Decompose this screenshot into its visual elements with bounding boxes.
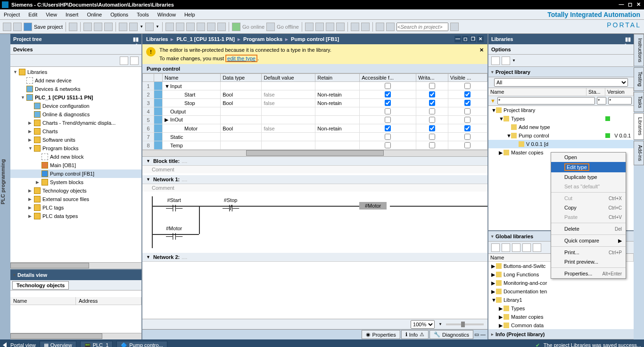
lib-version-filter[interactable] [608,97,632,105]
tree-toolbar-icon[interactable] [130,56,139,65]
variable-table[interactable]: NameData type Default valueRetain Access… [142,73,487,150]
download-icon[interactable] [165,23,174,31]
tb-icon[interactable] [326,23,334,31]
context-menu-item[interactable]: DeleteDel [551,224,626,234]
menu-edit[interactable]: Edit [28,12,37,17]
minimize-button[interactable]: — [618,1,625,8]
editor-max-icon[interactable]: ◻ [462,36,469,42]
breadcrumb-item[interactable]: Pump control [FB1] [291,36,339,42]
tree-item[interactable]: ▶PLC tags [10,203,141,212]
menu-tools[interactable]: Tools [137,12,149,17]
tree-item[interactable]: Devices & networks [10,85,141,93]
tree-item[interactable]: Add new device [10,76,141,85]
breadcrumb-item[interactable]: Libraries [146,36,168,42]
project-library-header[interactable]: Project library [495,69,530,75]
tree-item[interactable]: ▶System blocks [10,178,141,186]
technology-objects-tab[interactable]: Technology objects [12,281,69,290]
tree-item[interactable]: ▶Charts [10,127,141,136]
tb-icon[interactable] [305,23,314,31]
glob-toolbar-icon[interactable] [502,243,510,252]
paste-icon[interactable] [104,23,113,31]
network-1-header[interactable]: Network 1: [153,177,180,182]
save-icon[interactable] [24,23,32,31]
instructions-tab[interactable]: Instructions [634,34,644,66]
lib-tree-item[interactable]: ▶Monitoring-and-cor [488,279,634,287]
menu-help[interactable]: Help [184,12,195,17]
tree-item[interactable]: ▶Charts - Trend/dynamic displa... [10,119,141,127]
pump-control-tab-button[interactable]: 🔷 Pump contro... [116,341,167,347]
glob-toolbar-icon[interactable] [512,243,520,252]
global-libraries-header[interactable]: Global libraries [495,234,533,239]
options-header[interactable]: Options [488,44,634,55]
lib-toolbar-icon[interactable] [491,56,500,65]
go-offline-icon[interactable] [266,23,275,31]
breadcrumb-item[interactable]: PLC_1 [CPU 1511-1 PN] [176,36,235,42]
tb-icon[interactable] [197,23,205,31]
tb-icon[interactable] [386,23,395,31]
glob-toolbar-icon[interactable] [491,243,500,252]
lib-tree-item[interactable]: ▶Documentation ten [488,287,634,296]
tree-item[interactable]: Pump control [FB1] [10,169,141,178]
lib-tree-item[interactable]: ▼Types [488,114,634,123]
tree-item[interactable]: Add new block [10,153,141,161]
zoom-slider[interactable] [446,323,484,325]
go-online-label[interactable]: Go online [242,24,264,30]
edit-the-type-link[interactable]: edit the type [225,55,257,62]
var-row[interactable]: 6 Motor BoolfalseNon-retain [143,124,487,133]
tb-icon[interactable] [315,23,324,31]
menu-window[interactable]: Window [157,12,176,17]
var-row[interactable]: 7 Static [143,133,487,141]
var-row[interactable]: 4 Output [143,107,487,116]
maximize-button[interactable]: ◻ [626,1,634,8]
new-project-icon[interactable] [3,23,11,31]
menu-project[interactable]: Project [4,12,20,17]
tb-icon[interactable] [351,23,359,31]
libraries-tab[interactable]: Libraries [634,113,644,139]
tree-item[interactable]: ▶External source files [10,195,141,203]
cut-icon[interactable] [83,23,92,31]
var-row[interactable]: 3 Stop BoolfalseNon-retain [143,99,487,107]
network-1-ladder[interactable]: #Start—| |— #Stop—|/|— #Motor—| |— #Moto… [142,192,487,253]
context-menu-item[interactable]: Print preview... [551,257,626,266]
editor-min-icon[interactable]: — [454,36,461,42]
network-1-comment[interactable]: Comment [142,184,487,192]
tb-icon[interactable] [217,23,226,31]
search-go-icon[interactable] [450,23,459,31]
open-project-icon[interactable] [13,23,22,31]
tree-toolbar-icon[interactable] [120,56,128,65]
redo-icon[interactable] [145,23,154,31]
close-button[interactable]: ✕ [635,1,642,8]
tb-icon[interactable] [376,23,384,31]
tree-item[interactable]: ▼PLC_1 [CPU 1511-1 PN] [10,93,141,102]
var-row[interactable]: 1 ▼Input [143,82,487,90]
tb-icon[interactable] [186,23,195,31]
context-menu[interactable]: OpenEdit typeDuplicate typeSet as "defau… [551,152,626,279]
warning-close-icon[interactable]: ✕ [479,47,484,53]
diagnostics-tab[interactable]: 🔧 Diagnostics [429,330,473,339]
ladder-editor[interactable]: ▼Block title:.... Comment ▼Network 1:...… [142,156,487,319]
menu-online[interactable]: Online [87,12,102,17]
network-2-header[interactable]: Network 2: [153,254,180,260]
lib-tree-item[interactable]: ▼Pump controlV 0.0.1 [488,131,634,140]
tree-item[interactable]: ▶PLC data types [10,212,141,220]
devices-tab[interactable]: Devices [10,44,141,55]
plc-tab-button[interactable]: 📟 PLC_1 [80,341,113,347]
delete-icon[interactable] [119,23,127,31]
zoom-select[interactable]: 100% [411,320,435,329]
info-project-library[interactable]: Info (Project library) [495,331,545,337]
addins-tab[interactable]: Add-ins [634,141,644,165]
libraries-pin-icon[interactable]: ▮▮ ▶ [625,36,631,42]
undo-icon[interactable] [129,23,138,31]
block-comment[interactable]: Comment [142,166,487,173]
tree-item[interactable]: Main [OB1] [10,161,141,169]
glob-toolbar-icon[interactable] [533,243,541,252]
var-row[interactable]: 2 Start BoolfalseNon-retain [143,90,487,99]
overview-button[interactable]: ▦ Overview [40,341,76,347]
tb-icon[interactable] [207,23,215,31]
testing-tab[interactable]: Testing [634,67,644,91]
var-row[interactable]: 8 Temp [143,141,487,150]
lib-tree-item[interactable]: V 0.0.1 [d [488,140,634,148]
tb-icon[interactable] [176,23,184,31]
lib-tree-item[interactable]: Add new type [488,123,634,131]
context-menu-item[interactable]: Quick compare▶ [551,236,626,245]
